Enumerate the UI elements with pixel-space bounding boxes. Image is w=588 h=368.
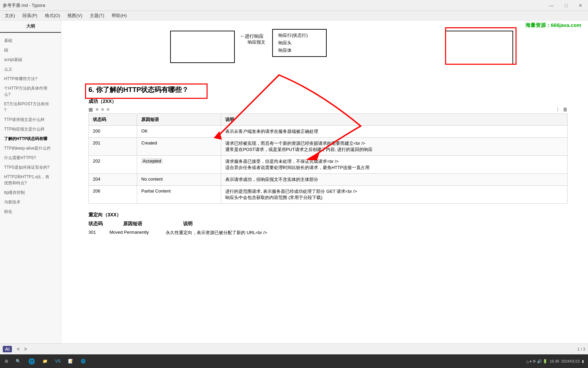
taskbar-tray-icons: △ ♦ ⚙ 🔊 🔋 xyxy=(526,359,548,364)
menu-bar: 文(E) 段落(P) 格式(O) 视图(V) 主题(T) 帮助(H) xyxy=(0,11,588,20)
window-controls[interactable]: — □ ✕ xyxy=(546,2,585,9)
col-header-desc: 说明 xyxy=(221,114,568,126)
section6-area: 6. 你了解的HTTP状态码有哪些？ 成功（2XX） ▦ ≡ ≡ ≡ ⋮ xyxy=(88,85,568,236)
desc-200: 表示从客户端发来的请求在服务器端被正确处理 xyxy=(221,126,568,138)
title-bar: 参考手册.md - Typora — □ ✕ xyxy=(0,0,588,11)
taskbar-explorer[interactable]: 📁 xyxy=(39,357,51,365)
taskbar-vscode[interactable]: VS xyxy=(52,357,64,365)
taskbar-date: 2024/01/15 xyxy=(561,359,580,363)
close-button[interactable]: ✕ xyxy=(576,2,585,9)
redirect-table-header: 状态码 原因短语 说明 xyxy=(88,221,568,227)
table-row: 202 Accepted 请求服务器已接受，但是尚未处理，不保证完成请求<br … xyxy=(89,156,568,174)
sidebar-item-16[interactable]: 与新技术 xyxy=(0,197,61,207)
sidebar-item-6[interactable]: 个HTTP方法的具体作用么? xyxy=(0,83,61,99)
table-toolbar: ▦ ≡ ≡ ≡ ⋮ 🗑 xyxy=(88,107,568,112)
menu-theme[interactable]: 主题(T) xyxy=(86,12,108,19)
desc-206: 进行的是范围请求, 表示服务器已经成功处理了部分 GET 请求<br />响应头… xyxy=(221,186,568,204)
redirect-col-code: 状态码 xyxy=(88,221,103,227)
tab-outline[interactable]: 大纲 xyxy=(0,20,61,33)
sidebar-tab-bar: 大纲 xyxy=(0,20,61,33)
sidebar-item-4[interactable]: 么义 xyxy=(0,64,61,74)
menu-format[interactable]: 格式(O) xyxy=(42,12,64,19)
taskbar-browser[interactable]: 🌐 xyxy=(77,357,89,365)
window-title: 参考手册.md - Typora xyxy=(3,2,45,9)
code-204: 204 xyxy=(89,174,137,186)
sidebar-item-13[interactable]: TTPS是如何保证安全的? xyxy=(0,163,61,172)
taskbar-search[interactable]: 🔍 xyxy=(12,357,24,365)
table-action-buttons: ⋮ 🗑 xyxy=(555,107,568,112)
redirect-section: 重定向（3XX） 状态码 原因短语 说明 301 Moved Permanent… xyxy=(88,212,568,236)
response-line-2: 响应头 xyxy=(278,40,321,46)
ai-badge[interactable]: Ai xyxy=(3,346,12,352)
taskbar-edge[interactable]: 🌐 xyxy=(25,357,38,366)
table-delete-icon[interactable]: 🗑 xyxy=(563,107,568,112)
reason-204: No content xyxy=(137,174,221,186)
diagram-box-right xyxy=(445,31,513,65)
sidebar-item-17[interactable]: 程化 xyxy=(0,207,61,216)
diagram-box-left xyxy=(170,31,235,63)
reason-202: Accepted xyxy=(137,156,221,174)
desc-202: 请求服务器已接受，但是尚未处理，不保证完成请求<br />适合异步任务或者说需要… xyxy=(221,156,568,174)
code-201: 201 xyxy=(89,138,137,156)
sidebar-item-8[interactable]: TTP请求报文是什么样 xyxy=(0,115,61,124)
sidebar-item-5[interactable]: HTTP有哪些方法? xyxy=(0,74,61,83)
menu-file[interactable]: 文(E) xyxy=(1,12,18,19)
taskbar-start[interactable]: ⊞ xyxy=(1,357,12,365)
code-200: 200 xyxy=(89,126,137,138)
table-more-icon[interactable]: ⋮ xyxy=(555,107,560,112)
redirect-col-desc: 说明 xyxy=(183,221,193,227)
sidebar-item-7[interactable]: ET方法和POST方法有何? xyxy=(0,99,61,115)
taskbar-time: 16:38 xyxy=(550,359,559,363)
sidebar-item-2[interactable]: 础 xyxy=(0,45,61,55)
table-row: 206 Partial Content 进行的是范围请求, 表示服务器已经成功处… xyxy=(89,186,568,204)
sidebar-item-14[interactable]: HTTP2和HTTP1.x比，有优势和特点? xyxy=(0,172,61,188)
reason-200: OK xyxy=(137,126,221,138)
desc-204: 表示请求成功，但响应报文不含实体的主体部分 xyxy=(221,174,568,186)
response-line-1: 响应行(状态行) xyxy=(278,32,321,39)
taskbar-typora[interactable]: 📝 xyxy=(65,357,77,365)
toolbar-list-icon1: ≡ xyxy=(96,107,98,112)
status-table-2xx: 状态码 原因短语 说明 200 OK 表示从客户端发来的请求在服务器端被正确处理… xyxy=(88,113,568,204)
sidebar: 大纲 基础 础 script基础 么义 HTTP有哪些方法? 个HTTP方法的具… xyxy=(0,20,61,368)
code-206: 206 xyxy=(89,186,137,204)
taskbar-right: △ ♦ ⚙ 🔊 🔋 16:38 2024/01/15 ▮ xyxy=(526,359,587,364)
nav-next[interactable]: > xyxy=(22,346,28,352)
diagram-area: ←进行响应 响应行(状态行) 响应头 响应体 响应报文 xyxy=(88,27,568,82)
taskbar-show-desktop[interactable]: ▮ xyxy=(582,359,584,364)
redirect-row-301: 301 Moved Permanently 永久性重定向，表示资源已被分配了新的… xyxy=(88,230,568,236)
sidebar-item-9[interactable]: TTP响应报文是什么样 xyxy=(0,124,61,134)
nav-prev[interactable]: < xyxy=(15,346,21,352)
diagram-arrow-text: ←进行响应 xyxy=(240,33,264,40)
section6-heading: 6. 你了解的HTTP状态码有哪些？ xyxy=(88,85,568,94)
sidebar-item-10[interactable]: 了解的HTTP状态码有哪 xyxy=(0,134,61,143)
nav-arrows: < > xyxy=(15,346,29,352)
success-group-label: 成功（2XX） xyxy=(88,98,568,105)
menu-paragraph[interactable]: 段落(P) xyxy=(19,12,40,19)
table-row: 200 OK 表示从客户端发来的请求在服务器端被正确处理 xyxy=(89,126,568,138)
minimize-button[interactable]: — xyxy=(546,2,557,9)
desc-301: 永久性重定向，表示资源已被分配了新的 URL<br /> xyxy=(166,230,267,236)
desc-201: 请求已经被实现，而且有一个新的资源已经依据请求的需要而建立<br />通常是在P… xyxy=(221,138,568,156)
sidebar-item-15[interactable]: ttp缓存控制 xyxy=(0,188,61,197)
sidebar-nav: 基础 础 script基础 么义 HTTP有哪些方法? 个HTTP方法的具体作用… xyxy=(0,33,61,219)
page-number: 1 / 3 xyxy=(577,347,585,352)
sidebar-item-1[interactable]: 基础 xyxy=(0,36,61,45)
col-header-reason: 原因短语 xyxy=(137,114,221,126)
sidebar-item-12[interactable]: 什么需要HTTPS? xyxy=(0,153,61,163)
response-line-3: 响应体 xyxy=(278,47,321,53)
toolbar-list-icon3: ≡ xyxy=(107,107,109,112)
maximize-button[interactable]: □ xyxy=(562,2,570,9)
reason-206: Partial Content xyxy=(137,186,221,204)
sidebar-item-3[interactable]: script基础 xyxy=(0,55,61,64)
app-container: 大纲 基础 础 script基础 么义 HTTP有哪些方法? 个HTTP方法的具… xyxy=(0,20,588,368)
code-301: 301 xyxy=(88,230,96,236)
sidebar-item-11[interactable]: TTP的keep-alive是什么作 xyxy=(0,143,61,153)
code-202: 202 xyxy=(89,156,137,174)
accepted-badge: Accepted xyxy=(141,158,162,164)
menu-help[interactable]: 帮助(H) xyxy=(108,12,130,19)
menu-view[interactable]: 视图(V) xyxy=(64,12,85,19)
diagram-response-box: 响应行(状态行) 响应头 响应体 xyxy=(272,29,327,57)
redirect-group-label: 重定向（3XX） xyxy=(88,212,568,218)
redirect-col-reason: 原因短语 xyxy=(123,221,142,227)
reason-201: Created xyxy=(137,138,221,156)
